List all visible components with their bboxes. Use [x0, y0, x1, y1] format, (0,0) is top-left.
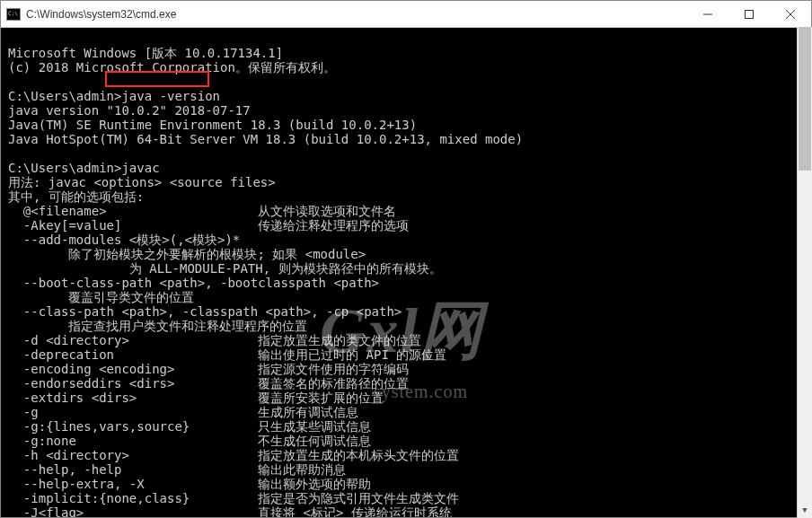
usage-line: 用法: javac <options> <source files> — [8, 175, 276, 189]
where-line: 其中, 可能的选项包括: — [8, 189, 144, 204]
option-line: --help-extra, -X 输出额外选项的帮助 — [8, 477, 804, 491]
option-line: -endorseddirs <dirs> 覆盖签名的标准路径的位置 — [8, 376, 804, 391]
close-button[interactable] — [770, 1, 811, 27]
option-line: -h <directory> 指定放置生成的本机标头文件的位置 — [8, 448, 804, 462]
option-line: 除了初始模块之外要解析的根模块; 如果 <module> — [8, 247, 804, 261]
output-line: Java(TM) SE Runtime Environment 18.3 (bu… — [8, 118, 417, 132]
option-line: -g 生成所有调试信息 — [8, 405, 804, 419]
prompt-line: C:\Users\admin>javac — [8, 161, 160, 175]
option-line: -encoding <encoding> 指定源文件使用的字符编码 — [8, 362, 804, 376]
options-list: @<filename> 从文件读取选项和文件名 -Akey[=value] 传递… — [8, 204, 804, 517]
scroll-down-button[interactable]: ▼ — [798, 503, 812, 518]
option-line: @<filename> 从文件读取选项和文件名 — [8, 204, 804, 218]
option-line: -deprecation 输出使用已过时的 API 的源位置 — [8, 347, 804, 362]
option-line: 为 ALL-MODULE-PATH, 则为模块路径中的所有模块。 — [8, 261, 804, 276]
output-line: java version "10.0.2" 2018-07-17 — [8, 103, 251, 118]
window-controls — [687, 1, 811, 27]
cmd-window: C:\Windows\system32\cmd.exe Microsoft Wi… — [0, 0, 812, 518]
output-line: Java HotSpot(TM) 64-Bit Server VM 18.3 (… — [8, 132, 523, 146]
maximize-button[interactable] — [728, 1, 770, 27]
header-line: Microsoft Windows [版本 10.0.17134.1] — [8, 46, 283, 60]
cmd-icon — [6, 8, 21, 21]
prompt-path: C:\Users\admin> — [8, 89, 121, 103]
minimize-icon — [703, 10, 712, 19]
close-icon — [786, 10, 795, 19]
terminal-output[interactable]: Microsoft Windows [版本 10.0.17134.1] (c) … — [1, 28, 811, 517]
option-line: 指定查找用户类文件和注释处理程序的位置 — [8, 319, 804, 333]
option-line: -d <directory> 指定放置生成的类文件的位置 — [8, 333, 804, 347]
title-bar: C:\Windows\system32\cmd.exe — [1, 1, 811, 28]
window-title: C:\Windows\system32\cmd.exe — [26, 8, 176, 21]
scrollbar[interactable]: ▲ ▼ — [797, 27, 812, 518]
option-line: --class-path <path>, -classpath <path>, … — [8, 304, 804, 319]
copyright-line: (c) 2018 Microsoft Corporation。保留所有权利。 — [8, 60, 336, 75]
svg-rect-1 — [746, 10, 754, 18]
option-line: -implicit:{none,class} 指定是否为隐式引用文件生成类文件 — [8, 491, 804, 505]
option-line: 覆盖引导类文件的位置 — [8, 290, 804, 304]
command-text: javac — [121, 161, 159, 175]
option-line: --boot-class-path <path>, -bootclasspath… — [8, 276, 804, 290]
prompt-line: C:\Users\admin>java -version — [8, 89, 220, 103]
scroll-thumb[interactable] — [799, 27, 811, 171]
prompt-path: C:\Users\admin> — [8, 161, 121, 175]
option-line: -Akey[=value] 传递给注释处理程序的选项 — [8, 218, 804, 233]
option-line: --add-modules <模块>(,<模块>)* — [8, 233, 804, 247]
option-line: -extdirs <dirs> 覆盖所安装扩展的位置 — [8, 391, 804, 405]
maximize-icon — [745, 10, 754, 19]
option-line: --help, -help 输出此帮助消息 — [8, 462, 804, 477]
option-line: -g:{lines,vars,source} 只生成某些调试信息 — [8, 419, 804, 434]
title-left: C:\Windows\system32\cmd.exe — [1, 8, 176, 21]
minimize-button[interactable] — [687, 1, 728, 27]
option-line: -J<flag> 直接将 <标记> 传递给运行时系统 — [8, 505, 804, 517]
command-text: java -version — [121, 89, 220, 103]
option-line: -g:none 不生成任何调试信息 — [8, 434, 804, 448]
